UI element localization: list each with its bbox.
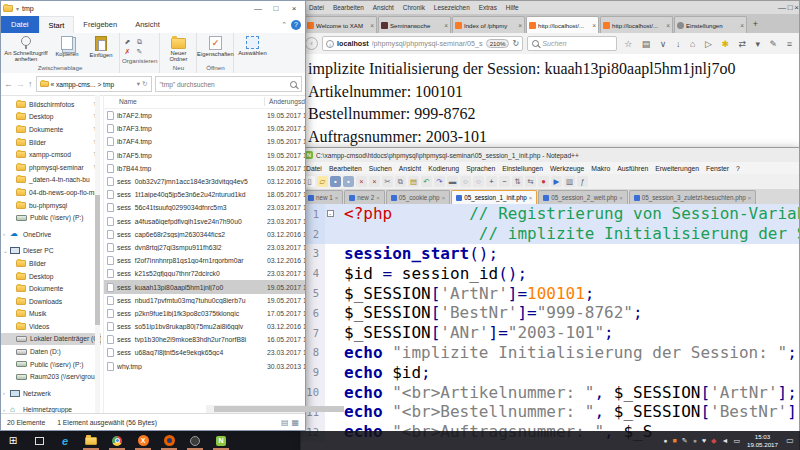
browser-tab[interactable]: Einstellungen× [674,16,747,33]
details-view-icon[interactable]: ▤ [281,418,289,427]
sync-h-icon[interactable]: ⇆ [525,176,536,187]
horizontal-scrollbar[interactable] [206,405,305,413]
code-line[interactable]: 1-<?php // Registrierung von Session-Var… [301,204,799,224]
tab-datei[interactable]: Datei [1,16,39,33]
file-row[interactable]: sess_a4fusa6iqefpdfivqih1sve24n7h90u023.… [104,215,305,228]
sidebar-item-raum203-serv-group[interactable]: Raum203 (\\serv\group [1,370,101,383]
download-icon[interactable]: ↓ [676,39,681,49]
file-row[interactable]: ib7AF5.tmp19.05.2017 1 [104,149,305,162]
firefox-menu-ansicht[interactable]: Ansicht [373,4,394,11]
copy-icon[interactable]: ⧉ [395,176,406,187]
notepad-menu-ausführen[interactable]: Ausführen [617,165,648,172]
expand-chevron-icon[interactable]: › [3,231,7,237]
browser-tab[interactable]: http://localhost/...× [526,16,599,33]
cut-icon[interactable]: ✂ [382,176,393,187]
close-icon[interactable]: × [356,176,367,187]
refresh-icon[interactable]: ↻ [142,80,147,88]
file-row[interactable]: ib7AF3.tmp19.05.2017 1 [104,122,305,135]
tab-ansicht[interactable]: Ansicht [126,16,169,33]
sidebar-item-downloads[interactable]: Downloads [1,295,101,308]
delete-icon[interactable]: ✗ [122,47,133,56]
sidebar-item-onedrive[interactable]: ›☁OneDrive [1,228,101,241]
new-tab-button[interactable]: + [748,16,763,33]
tray-shield-icon[interactable]: ♥ [702,437,706,444]
sync-v-icon[interactable]: ⇅ [512,176,523,187]
editor-tab[interactable]: new 1× [303,190,343,204]
taskbar-clock[interactable]: 15:03 19.05.2017 [747,433,778,448]
tab-close-icon[interactable]: × [442,195,446,201]
sidebar-item-daten-d[interactable]: Daten (D:) [1,345,101,358]
file-row[interactable]: sess_56c41tsuufq0299034dfnrc5m323.03.201… [104,201,305,214]
code-line[interactable]: 3session_start(); [301,244,799,264]
tab-start[interactable]: Start [39,16,75,33]
notepad-menu-suchen[interactable]: Suchen [369,165,392,172]
firefox-menu-hilfe[interactable]: Hilfe [506,4,519,11]
zoom-out-icon[interactable]: − [499,176,510,187]
browser-tab[interactable]: Seminarwoche× [378,16,451,33]
file-row[interactable]: sess_dvn8rtgj27qi3smpu911fh63l223.03.201… [104,241,305,254]
notepad-menu-sprachen[interactable]: Sprachen [466,165,495,172]
address-bar[interactable]: « xampp-cms... > tmp ▾ ↻ [36,76,152,92]
tray-alert-icon[interactable]: ◆ [711,437,716,445]
tab-close-icon[interactable]: × [748,195,752,201]
tab-close-icon[interactable]: × [376,195,380,201]
close-button[interactable]: × [794,3,799,12]
sidebar-item-lokaler-datentr-ger-c[interactable]: Lokaler Datenträger (C:) [1,333,101,346]
print-icon[interactable]: ▬ [447,176,458,187]
function-list-icon[interactable]: ƒ [577,176,588,187]
browser-tab[interactable]: http://localhost/...× [600,16,673,33]
tab-close-icon[interactable]: × [370,22,374,29]
help-icon[interactable]: ? [291,20,301,30]
minimize-button[interactable]: — [778,3,786,12]
copy-button[interactable]: Kopieren [51,34,83,57]
code-line[interactable]: 9echo $id; [301,362,799,382]
replace-icon[interactable]: ◌ [473,176,484,187]
rename-icon[interactable]: ✎ [134,47,145,56]
bookmarks-icon[interactable]: ▤ [642,39,651,49]
sidebar-item-dieser-pc[interactable]: ⌄Dieser PC [1,245,101,258]
reload-icon[interactable]: ↻ [512,39,519,48]
file-row[interactable]: ib7AF4.tmp19.05.2017 1 [104,135,305,148]
url-bar[interactable]: i localhost /phpmysql/phpmysql-seminar/0… [322,36,523,51]
code-line[interactable]: 11echo "<br>Bestellnummer: ", $_SESSION[… [301,402,799,422]
file-row[interactable]: sess_0ob32v27jmn1acc184e3r3dvitqg4ev503.… [104,175,305,188]
tab-close-icon[interactable]: × [518,22,522,29]
find-icon[interactable]: ◌ [460,176,471,187]
security-plugin-icon[interactable]: ✱ [721,39,729,49]
sidebar-item-desktop[interactable]: Desktop [1,270,101,283]
record-macro-icon[interactable]: ● [538,176,549,187]
editor-tab[interactable]: 05_session_2_weit.php× [538,190,627,204]
up-icon[interactable]: ↑ [28,79,33,89]
file-row[interactable]: sess_k21s52gfjqqu7thnr72dcirck023.03.201… [104,267,305,280]
editor-tab[interactable]: 05_cookie.php× [386,190,450,204]
explorer-search-input[interactable]: "tmp" durchsuchen [155,76,303,92]
paste-button[interactable]: Einfügen [85,34,117,58]
save-all-icon[interactable]: ▪ [343,176,354,187]
edit-icon[interactable]: ✎ [770,39,778,49]
tab-close-icon[interactable]: × [666,22,670,29]
tray-app-icon-1[interactable]: ● [663,437,667,444]
column-name[interactable]: Name [104,98,264,105]
maximize-button[interactable]: □ [788,3,793,12]
sidebar-item-phpmysql-seminar[interactable]: phpmysql-seminar⚲ [1,161,101,174]
start-button[interactable]: ⊞ [0,431,26,450]
sidebar-item-dokumente[interactable]: Dokumente⚲ [1,123,101,136]
network-icon[interactable]: ▭ [733,437,740,445]
code-line[interactable]: 4$id = session_id(); [301,263,799,283]
close-button[interactable]: × [285,2,303,15]
fold-collapse-icon[interactable]: - [327,210,334,217]
back-icon[interactable]: ← [4,79,13,89]
notepad-menu-ansicht[interactable]: Ansicht [399,165,421,172]
notepad-menu-kodierung[interactable]: Kodierung [428,165,459,172]
notepad-plus-plus-taskbar-icon[interactable]: N [208,431,234,450]
sidebar-item-heimnetzgruppe[interactable]: ›⌂Heimnetzgruppe [1,404,101,413]
editor-tab[interactable]: new 2× [344,190,384,204]
code-line[interactable]: 10echo "<br>Artikelnummer: ", $_SESSION[… [301,382,799,402]
notepad-menu-datei[interactable]: Datei [306,165,322,172]
firefox-menu-lesezeichen[interactable]: Lesezeichen [434,4,470,11]
file-row[interactable]: sess_so51ip1bv8rukap80j75mu2ai8i6gqlv03.… [104,320,305,333]
redo-icon[interactable]: ↷ [434,176,445,187]
sidebar-item-desktop[interactable]: Desktop⚲ [1,111,101,124]
file-row[interactable]: sess_cap6e68r2sgsjm2630344fics203.12.201… [104,228,305,241]
zoom-badge[interactable]: 210% [486,39,510,48]
